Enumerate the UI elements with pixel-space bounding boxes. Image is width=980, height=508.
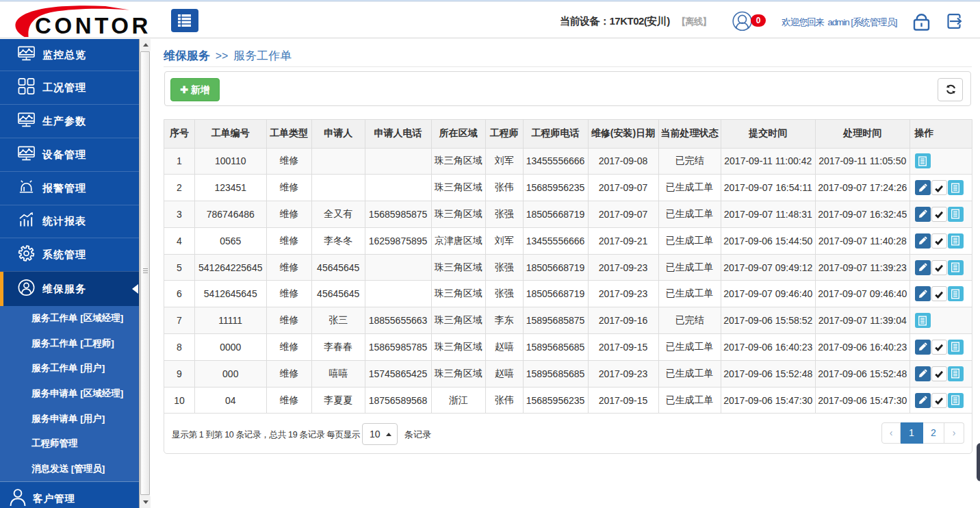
svg-text:CONTOR: CONTOR xyxy=(35,13,151,37)
